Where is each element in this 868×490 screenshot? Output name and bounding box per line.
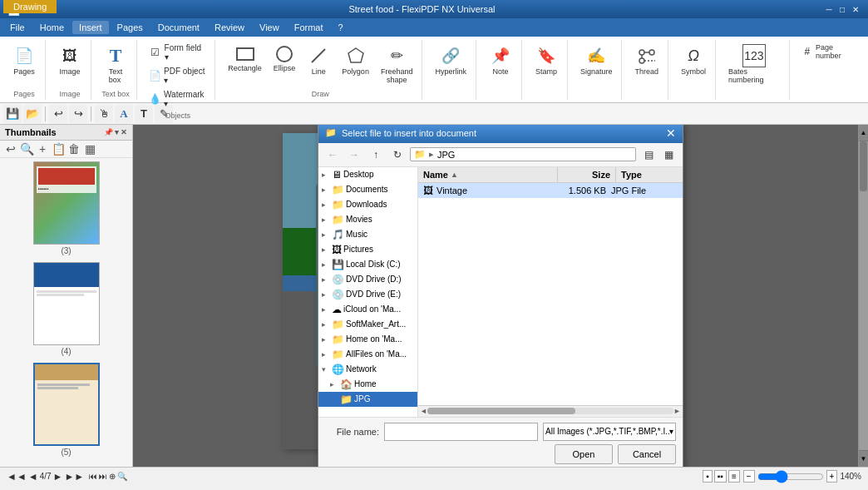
tree-item-icloud[interactable]: ▸ ☁ iCloud on 'Ma... xyxy=(318,302,417,317)
toolbar-save[interactable]: 💾 xyxy=(3,105,22,123)
thumb-tool-1[interactable]: ↩ xyxy=(3,142,18,156)
filename-input[interactable] xyxy=(384,423,538,441)
tree-item-dvdd[interactable]: ▸ 💿 DVD Drive (D:) xyxy=(318,272,417,287)
tree-item-movies[interactable]: ▸ 📁 Movies xyxy=(318,212,417,227)
nav-next[interactable]: ► xyxy=(53,471,63,483)
thumbnail-page-5[interactable]: (5) xyxy=(33,363,100,457)
ribbon-btn-thread[interactable]: Thread xyxy=(630,42,663,78)
menu-pages[interactable]: Pages xyxy=(111,21,150,34)
ribbon-btn-image[interactable]: 🖼 Image xyxy=(54,42,86,78)
menu-format[interactable]: Format xyxy=(288,21,330,34)
ribbon-btn-stamp[interactable]: 🔖 Stamp xyxy=(530,42,562,78)
file-row-vintage[interactable]: 🖼 Vintage 1.506 KB JPG File xyxy=(418,183,683,198)
dialog-close-button[interactable]: ✕ xyxy=(666,126,676,140)
open-button[interactable]: Open xyxy=(555,444,613,464)
zoom-out[interactable]: − xyxy=(743,470,755,483)
dialog-forward-button[interactable]: → xyxy=(345,146,363,164)
minimize-button[interactable]: ─ xyxy=(823,3,835,15)
zoom-slider[interactable] xyxy=(757,470,824,483)
toolbar-text-a[interactable]: A xyxy=(115,105,133,123)
thumb-pin[interactable]: 📌 xyxy=(104,128,113,136)
tree-item-home-ma[interactable]: ▸ 📁 Home on 'Ma... xyxy=(318,332,417,347)
col-header-type[interactable]: Type xyxy=(616,167,683,182)
ribbon-btn-ellipse[interactable]: Ellipse xyxy=(269,42,300,75)
tree-item-network[interactable]: ▾ 🌐 Network xyxy=(318,362,417,377)
thumb-chevron[interactable]: ▾ xyxy=(115,128,119,136)
tree-item-home[interactable]: ▸ 🏠 Home xyxy=(318,377,417,392)
ribbon-btn-polygon[interactable]: Polygon xyxy=(338,42,373,78)
toolbar-open[interactable]: 📂 xyxy=(23,105,42,123)
tree-item-localdisk[interactable]: ▸ 💾 Local Disk (C:) xyxy=(318,257,417,272)
ribbon-btn-bates[interactable]: 123 Bates numbering xyxy=(724,42,784,87)
maximize-button[interactable]: □ xyxy=(836,3,848,15)
ribbon-btn-line[interactable]: Line xyxy=(303,42,334,78)
tree-item-allfiles[interactable]: ▸ 📁 AllFiles on 'Ma... xyxy=(318,347,417,362)
menu-document[interactable]: Document xyxy=(151,21,206,34)
thumb-close[interactable]: ✕ xyxy=(121,128,127,136)
ribbon-btn-note[interactable]: 📌 Note xyxy=(485,42,516,78)
filetype-dropdown[interactable]: All Images (*.JPG,*.TIF,*.BMP,*.I... ▾ xyxy=(543,423,676,441)
dialog-view-grid[interactable]: ▦ xyxy=(659,146,678,164)
toolbar-cursor[interactable]: 🖱 xyxy=(95,105,113,123)
ribbon-btn-hyperlink[interactable]: 🔗 Hyperlink xyxy=(431,42,471,78)
thumb-tool-2[interactable]: 🔍 xyxy=(19,142,34,156)
tree-item-dvde[interactable]: ▸ 💿 DVD Drive (E:) xyxy=(318,287,417,302)
nav-prev[interactable]: ◄ xyxy=(28,471,38,483)
menu-view[interactable]: View xyxy=(253,21,286,34)
ribbon-btn-pdfobject[interactable]: 📄 PDF object ▾ xyxy=(145,65,210,87)
tree-item-pictures[interactable]: ▸ 🖼 Pictures xyxy=(318,242,417,257)
nav-last[interactable]: ►► xyxy=(64,471,84,483)
tree-item-desktop[interactable]: ▸ 🖥 Desktop xyxy=(318,167,417,182)
record-end[interactable]: ⏭ xyxy=(99,472,107,481)
menu-review[interactable]: Review xyxy=(208,21,251,34)
hscroll-left[interactable]: ◄ xyxy=(420,407,427,415)
ribbon-btn-watermark[interactable]: 💧 Watermark ▾ xyxy=(145,88,210,110)
drawing-tab-indicator[interactable]: Drawing xyxy=(3,0,57,13)
tree-item-downloads[interactable]: ▸ 📁 Downloads xyxy=(318,197,417,212)
tree-item-jpg[interactable]: 📁 JPG xyxy=(318,392,417,407)
view-continuous[interactable]: ≡ xyxy=(728,470,740,483)
tree-item-softmaker[interactable]: ▸ 📁 SoftMaker_Art... xyxy=(318,317,417,332)
ribbon-btn-symbol[interactable]: Ω Symbol xyxy=(677,42,710,78)
hscroll-track[interactable] xyxy=(427,408,673,414)
ribbon-btn-formfield[interactable]: ☑ Form field ▾ xyxy=(145,42,210,63)
ribbon-btn-rectangle[interactable]: Rectangle xyxy=(224,42,266,75)
thumbnail-page-4[interactable]: (4) xyxy=(33,262,100,356)
menu-insert[interactable]: Insert xyxy=(72,21,109,34)
col-header-size[interactable]: Size xyxy=(558,167,616,182)
thumb-tool-5[interactable]: 🗑 xyxy=(67,142,81,156)
thumb-tool-4[interactable]: 📋 xyxy=(51,142,66,156)
thumbnail-page-3[interactable]: ▪▪▪▪▪▪ (3) xyxy=(33,161,100,255)
close-button[interactable]: ✕ xyxy=(850,3,861,15)
hscroll-thumb[interactable] xyxy=(427,408,575,414)
dialog-back-button[interactable]: ← xyxy=(323,146,342,164)
cancel-button[interactable]: Cancel xyxy=(618,444,676,464)
dialog-refresh-button[interactable]: ↻ xyxy=(388,146,407,164)
record-add[interactable]: ⊕ xyxy=(109,472,116,481)
ribbon-btn-textbox[interactable]: T Textbox xyxy=(100,42,131,87)
ribbon-btn-pagenumber[interactable]: # Page number xyxy=(798,42,860,62)
view-single[interactable]: ▪ xyxy=(703,470,713,483)
dialog-view-list[interactable]: ▤ xyxy=(639,146,658,164)
thumb-tool-6[interactable]: ▦ xyxy=(82,142,97,156)
hscroll-right[interactable]: ► xyxy=(673,407,681,415)
view-double[interactable]: ▪▪ xyxy=(714,470,727,483)
tree-item-music[interactable]: ▸ 🎵 Music xyxy=(318,227,417,242)
ribbon-btn-signature[interactable]: ✍ Signature xyxy=(576,42,617,78)
record-start[interactable]: ⏮ xyxy=(89,472,97,481)
files-hscroll[interactable]: ◄ ► xyxy=(418,405,683,417)
toolbar-undo[interactable]: ↩ xyxy=(49,105,67,123)
zoom-in[interactable]: + xyxy=(826,470,838,483)
col-header-name[interactable]: Name ▲ xyxy=(418,167,558,182)
ribbon-btn-pages[interactable]: 📄 Pages xyxy=(8,42,40,78)
nav-first[interactable]: ◄◄ xyxy=(7,471,27,483)
tree-item-documents[interactable]: ▸ 📁 Documents xyxy=(318,182,417,197)
record-search[interactable]: 🔍 xyxy=(117,472,127,481)
menu-help[interactable]: ? xyxy=(332,21,350,34)
menu-file[interactable]: File xyxy=(3,21,32,34)
thumb-tool-3[interactable]: + xyxy=(35,142,50,156)
dialog-up-button[interactable]: ↑ xyxy=(367,146,385,164)
toolbar-redo[interactable]: ↪ xyxy=(69,105,87,123)
menu-home[interactable]: Home xyxy=(33,21,71,34)
ribbon-btn-freehand[interactable]: ✏ Freehandshape xyxy=(377,42,417,87)
